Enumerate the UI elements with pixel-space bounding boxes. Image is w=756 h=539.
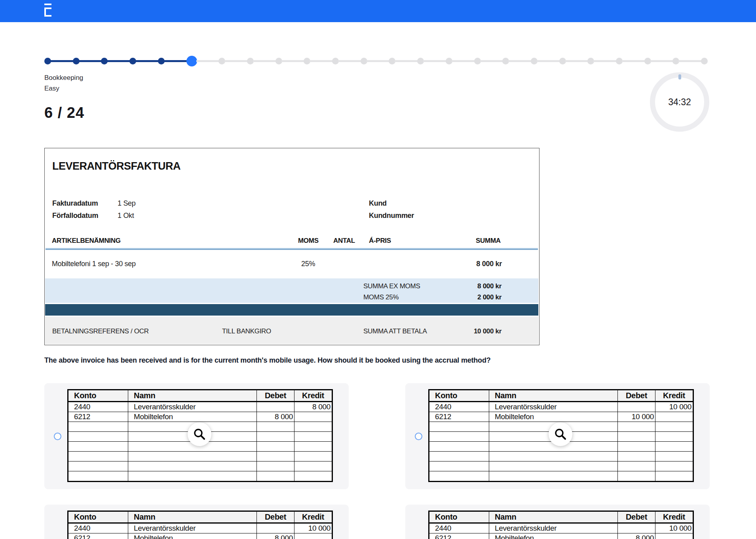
question-text: The above invoice has been received and … bbox=[44, 356, 638, 365]
divider-band bbox=[45, 304, 538, 316]
step-segment bbox=[395, 60, 418, 62]
table-cell bbox=[618, 442, 655, 452]
table-cell bbox=[429, 471, 489, 482]
magnifier-icon[interactable] bbox=[549, 422, 572, 446]
table-cell bbox=[618, 402, 655, 412]
table-cell bbox=[618, 461, 655, 471]
quiz-difficulty-label: Easy bbox=[44, 83, 83, 94]
table-cell bbox=[294, 452, 332, 461]
step-segment bbox=[452, 60, 475, 62]
table-row bbox=[429, 471, 693, 482]
invoice-title: LEVERANTÖRSFAKTURA bbox=[52, 160, 180, 172]
kredit-header: Kredit bbox=[294, 511, 332, 523]
table-cell: 2440 bbox=[429, 402, 489, 412]
step-segment bbox=[565, 60, 589, 62]
answer-option-d[interactable]: Konto Namn Debet Kredit 2440Leverantörss… bbox=[405, 505, 710, 539]
table-cell bbox=[294, 533, 332, 539]
table-cell: Mobiltelefon bbox=[128, 533, 257, 539]
step-segment bbox=[480, 60, 503, 62]
option-d-table: Konto Namn Debet Kredit 2440Leverantörss… bbox=[428, 511, 694, 539]
app-logo-icon[interactable] bbox=[44, 4, 52, 17]
invoice-date-value: 1 Sep bbox=[118, 199, 136, 208]
konto-header: Konto bbox=[68, 390, 128, 402]
quiz-meta: Bookkeeping Easy bbox=[44, 72, 83, 94]
due-date-value: 1 Okt bbox=[118, 212, 134, 220]
table-row: 6212Mobiltelefon10 000 bbox=[429, 412, 693, 422]
col-apris: Á-PRIS bbox=[369, 237, 391, 245]
table-row bbox=[68, 452, 332, 461]
table-cell bbox=[257, 442, 294, 452]
table-cell: 2440 bbox=[68, 402, 128, 412]
debet-header: Debet bbox=[618, 390, 655, 402]
table-cell bbox=[294, 471, 332, 482]
step-segment bbox=[423, 60, 446, 62]
table-row: 6212Mobiltelefon8 000 bbox=[68, 533, 332, 539]
table-row: 2440Leverantörsskulder10 000 bbox=[429, 402, 693, 412]
step-segment bbox=[164, 60, 187, 62]
invoice-line-item: Mobiltelefoni 1 sep - 30 sep 25% 8 000 k… bbox=[45, 260, 539, 269]
moms-label: MOMS 25% bbox=[363, 293, 399, 301]
magnifier-icon[interactable] bbox=[188, 422, 211, 446]
table-cell: 8 000 bbox=[257, 412, 294, 422]
table-cell: 6212 bbox=[68, 412, 128, 422]
col-antal: ANTAL bbox=[333, 237, 355, 245]
step-segment bbox=[537, 60, 560, 62]
table-cell bbox=[655, 533, 693, 539]
table-cell bbox=[294, 422, 332, 432]
answer-option-b[interactable]: Konto Namn Debet Kredit 2440Leverantörss… bbox=[405, 383, 710, 489]
table-row: 6212Mobiltelefon8 000 bbox=[429, 533, 693, 539]
table-cell: 6212 bbox=[68, 533, 128, 539]
table-cell: Leverantörsskulder bbox=[489, 402, 618, 412]
table-cell: 10 000 bbox=[294, 523, 332, 533]
invoice-table-header: ARTIKELBENÄMNING MOMS ANTAL Á-PRIS SUMMA bbox=[45, 237, 539, 246]
table-cell bbox=[128, 452, 257, 461]
step-segment bbox=[79, 60, 102, 62]
step-segment bbox=[310, 60, 333, 62]
namn-header: Namn bbox=[128, 511, 257, 523]
answer-option-a[interactable]: Konto Namn Debet Kredit 2440Leverantörss… bbox=[44, 383, 349, 489]
kredit-header: Kredit bbox=[294, 390, 332, 402]
table-cell bbox=[655, 471, 693, 482]
customer-label: Kund bbox=[369, 199, 387, 208]
bankgiro-label: TILL BANKGIRO bbox=[222, 327, 271, 335]
answer-option-c[interactable]: Konto Namn Debet Kredit 2440Leverantörss… bbox=[44, 505, 349, 539]
table-cell bbox=[257, 402, 294, 412]
table-cell: Leverantörsskulder bbox=[128, 402, 257, 412]
table-cell bbox=[294, 442, 332, 452]
option-a-radio[interactable] bbox=[54, 433, 61, 440]
item-name: Mobiltelefoni 1 sep - 30 sep bbox=[52, 260, 136, 268]
namn-header: Namn bbox=[489, 511, 618, 523]
table-cell bbox=[655, 461, 693, 471]
table-cell: Mobiltelefon bbox=[489, 533, 618, 539]
table-cell bbox=[655, 432, 693, 442]
table-cell bbox=[618, 422, 655, 432]
table-cell: Leverantörsskulder bbox=[489, 523, 618, 533]
table-cell bbox=[294, 461, 332, 471]
timer-value: 34:32 bbox=[650, 72, 709, 132]
table-cell bbox=[655, 412, 693, 422]
logo-top-bar bbox=[44, 4, 51, 5]
table-cell bbox=[429, 432, 489, 442]
step-segment bbox=[508, 60, 532, 62]
table-cell bbox=[68, 461, 128, 471]
logo-bracket bbox=[44, 8, 51, 17]
table-row bbox=[429, 452, 693, 461]
col-moms: MOMS bbox=[298, 237, 319, 245]
step-segment bbox=[196, 60, 220, 62]
konto-header: Konto bbox=[68, 511, 128, 523]
invoice-date-label: Fakturadatum bbox=[52, 199, 98, 208]
header-rule bbox=[46, 248, 538, 250]
table-row bbox=[68, 461, 332, 471]
table-cell bbox=[429, 442, 489, 452]
quiz-page: Bookkeeping Easy 6 / 24 34:32 LEVERANTÖR… bbox=[0, 0, 756, 539]
namn-header: Namn bbox=[489, 390, 618, 402]
table-cell bbox=[429, 422, 489, 432]
table-cell bbox=[655, 442, 693, 452]
option-b-radio[interactable] bbox=[415, 433, 422, 440]
table-cell bbox=[618, 471, 655, 482]
option-c-table: Konto Namn Debet Kredit 2440Leverantörss… bbox=[67, 511, 333, 539]
table-cell bbox=[618, 432, 655, 442]
step-segment bbox=[622, 60, 645, 62]
question-counter: 6 / 24 bbox=[44, 104, 84, 121]
table-cell bbox=[655, 452, 693, 461]
